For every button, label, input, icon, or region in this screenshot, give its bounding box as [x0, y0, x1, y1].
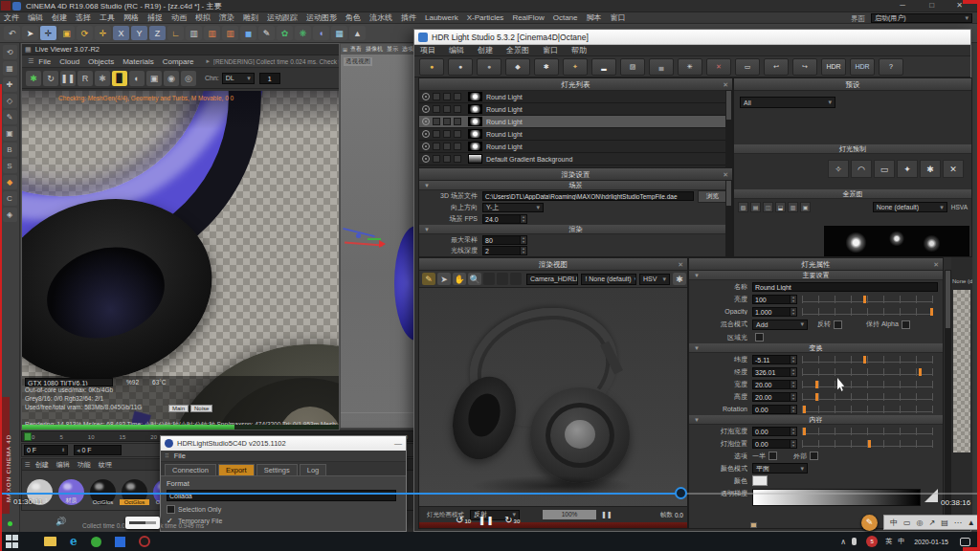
light-lock-icon[interactable]: [443, 105, 451, 113]
menu-item[interactable]: 文件: [4, 12, 19, 23]
pano-tool-icon[interactable]: ⬓: [775, 202, 786, 212]
mode-icon[interactable]: ▦: [3, 61, 17, 76]
hdr-toolbar-icon[interactable]: ▄: [649, 58, 674, 76]
viewer-tool-icon[interactable]: ◐: [129, 71, 145, 86]
video-progress-handle[interactable]: [675, 487, 687, 499]
maximize-button[interactable]: □: [929, 1, 934, 10]
color-mode-select[interactable]: 平面▾: [752, 463, 808, 474]
hdr-toolbar-icon[interactable]: ↩: [764, 58, 789, 76]
preset-button[interactable]: ◠: [851, 160, 872, 178]
material-item[interactable]: 材质: [56, 477, 87, 505]
light-solo-icon[interactable]: [454, 93, 461, 100]
tray-keyboard-icon[interactable]: ▤: [941, 518, 948, 527]
menu-item[interactable]: 编辑: [28, 12, 43, 23]
light-lock-icon[interactable]: [443, 118, 451, 125]
select-tool-icon[interactable]: ➤: [437, 273, 451, 285]
mode-icon[interactable]: ◇: [3, 94, 17, 108]
buffer-tab[interactable]: Main: [168, 405, 189, 412]
render-settings-scrollbar[interactable]: [725, 180, 732, 256]
pano-tool-icon[interactable]: ▤: [750, 202, 761, 212]
preset-button[interactable]: ✦: [897, 160, 918, 178]
hdr-toolbar-icon[interactable]: ●: [448, 58, 473, 76]
light-solo-icon[interactable]: [454, 118, 461, 125]
light-solo-icon[interactable]: [454, 143, 461, 150]
slider-value-field[interactable]: 20.00: [752, 392, 791, 402]
hdr-toolbar-icon[interactable]: ?: [879, 58, 903, 76]
action-center-icon[interactable]: [960, 538, 970, 546]
hdr-toolbar-icon[interactable]: ✦: [563, 58, 588, 76]
viewer-tool-icon[interactable]: R: [78, 71, 93, 86]
light-enable-icon[interactable]: [422, 155, 430, 163]
app-icon-blue[interactable]: [115, 537, 125, 547]
material-item[interactable]: OctGlos: [119, 477, 150, 505]
toolbar-icon[interactable]: ▥: [222, 26, 238, 40]
menu-item[interactable]: Cloud: [59, 57, 79, 66]
slider-track[interactable]: [802, 356, 933, 364]
slider-value-field[interactable]: 0.00: [752, 439, 791, 449]
menu-item[interactable]: 查看: [350, 45, 362, 54]
mode-icon[interactable]: ▣: [3, 126, 17, 141]
menu-item[interactable]: Objects: [88, 57, 114, 66]
light-row[interactable]: Round Light: [419, 141, 732, 153]
toolbar-icon[interactable]: ▥: [204, 26, 220, 40]
gradient-edit-icon[interactable]: [924, 489, 938, 502]
pano-section-bar[interactable]: 全景图: [734, 189, 971, 199]
slider-track[interactable]: [802, 428, 933, 435]
light-lock-icon[interactable]: [443, 93, 451, 100]
light-solo-icon[interactable]: [454, 105, 461, 113]
menu-item[interactable]: 纹理: [99, 460, 112, 470]
menu-item[interactable]: 插件: [401, 12, 416, 23]
hdr-toolbar-icon[interactable]: ✕: [706, 58, 731, 76]
light-row[interactable]: Round Light: [419, 103, 732, 116]
light-row[interactable]: Round Light: [419, 128, 732, 141]
menu-item[interactable]: 工具: [100, 12, 115, 23]
toolbar-icon[interactable]: ∟: [167, 26, 184, 40]
invert-checkbox[interactable]: [834, 320, 842, 329]
menu-item[interactable]: 创建: [478, 45, 493, 55]
properties-scrollbar[interactable]: [945, 270, 951, 528]
notification-badge[interactable]: 5: [866, 536, 878, 547]
play-pause-icon[interactable]: ❚❚: [479, 516, 495, 525]
hdr-toolbar-icon[interactable]: ◆: [505, 58, 530, 76]
toolbar-icon[interactable]: ↶: [4, 26, 20, 40]
up-axis-select[interactable]: Y-上▾: [482, 203, 544, 212]
light-row[interactable]: Round Light: [419, 91, 732, 103]
lut-select[interactable]: ! None (default)▾: [581, 274, 636, 285]
light-row[interactable]: Round Light: [419, 116, 732, 128]
preset-filter-select[interactable]: All▾: [740, 97, 835, 108]
toolbar-icon[interactable]: Z: [149, 26, 166, 40]
toolbar-icon[interactable]: ▦: [331, 26, 347, 40]
slider-track[interactable]: [802, 393, 933, 401]
skip-forward-icon[interactable]: ↻: [504, 515, 512, 525]
slider-handle[interactable]: [863, 356, 866, 364]
tray-more-icon[interactable]: ⋯: [954, 518, 962, 527]
light-enable-icon[interactable]: [422, 105, 430, 113]
slider-value-field[interactable]: 100: [752, 295, 791, 304]
slider-value-field[interactable]: 1.000: [752, 307, 791, 317]
frame-field-a[interactable]: 0 F⬍: [24, 445, 68, 455]
viewer-tool-icon[interactable]: ❚❚: [60, 71, 76, 86]
light-lock-icon[interactable]: [443, 155, 451, 163]
content-bar[interactable]: ▼内容: [689, 415, 943, 425]
outer-checkbox[interactable]: [810, 452, 818, 460]
pano-tool-icon[interactable]: ▣: [800, 202, 811, 212]
dialog-tab[interactable]: Connection: [165, 464, 216, 475]
browse-button[interactable]: 浏览: [698, 190, 727, 203]
tray-display-icon[interactable]: ▭: [903, 518, 911, 527]
blend-mode-select[interactable]: Add▾: [752, 320, 808, 330]
frame-field-b[interactable]: ◂0 F: [74, 445, 122, 455]
menu-item[interactable]: 功能: [78, 460, 91, 470]
mode-icon[interactable]: ✚: [3, 77, 17, 92]
light-toggle-icon[interactable]: [433, 143, 440, 150]
tray-cursor-icon[interactable]: ↗: [929, 518, 936, 527]
mode-icon[interactable]: B: [3, 143, 17, 157]
pan-tool-icon[interactable]: ✋: [453, 273, 466, 285]
close-button[interactable]: ✕: [956, 1, 963, 10]
slider-track[interactable]: [802, 381, 933, 388]
mode-icon[interactable]: ⟲: [3, 45, 17, 59]
close-icon[interactable]: ✕: [678, 258, 683, 271]
slider-handle[interactable]: [919, 368, 922, 376]
octane-icon[interactable]: [139, 536, 150, 547]
light-enable-icon[interactable]: [422, 118, 430, 125]
menu-item[interactable]: 创建: [52, 12, 67, 23]
